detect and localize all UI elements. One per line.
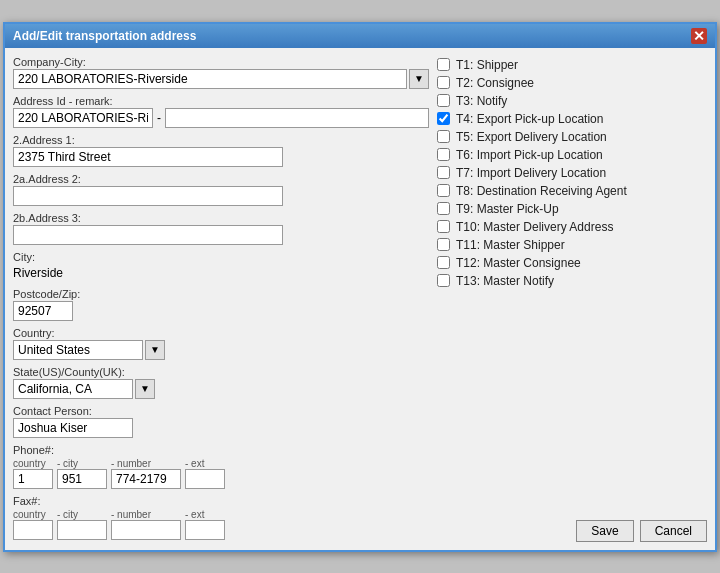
checkbox-row-t7: T7: Import Delivery Location (437, 164, 707, 182)
fax-number-input[interactable] (111, 520, 181, 540)
right-bottom: Save Cancel (437, 512, 707, 542)
company-city-label: Company-City: (13, 56, 429, 68)
checkbox-t5[interactable] (437, 130, 450, 143)
address3-input[interactable] (13, 225, 283, 245)
postcode-input[interactable] (13, 301, 73, 321)
country-row: ▼ (13, 340, 429, 360)
checkbox-t9[interactable] (437, 202, 450, 215)
checkbox-t13[interactable] (437, 274, 450, 287)
phone-city-input[interactable] (57, 469, 107, 489)
fax-city-input[interactable] (57, 520, 107, 540)
state-input[interactable] (13, 379, 133, 399)
address-id-input[interactable] (13, 108, 153, 128)
fax-ext-input[interactable] (185, 520, 225, 540)
checkbox-t11[interactable] (437, 238, 450, 251)
checkbox-row-t4: T4: Export Pick-up Location (437, 110, 707, 128)
fax-inputs-row (13, 520, 429, 540)
phone-number-input[interactable] (111, 469, 181, 489)
checkbox-t3[interactable] (437, 94, 450, 107)
checkboxes-container: T1: ShipperT2: ConsigneeT3: NotifyT4: Ex… (437, 56, 707, 290)
fax-ext-label: - ext (185, 509, 225, 520)
fax-sublabels: country - city - number - ext (13, 509, 429, 520)
fax-number-label: - number (111, 509, 181, 520)
phone-city-label: - city (57, 458, 107, 469)
remark-input[interactable] (165, 108, 429, 128)
checkbox-label-t4: T4: Export Pick-up Location (456, 112, 603, 126)
dash-separator: - (157, 111, 161, 125)
country-label: Country: (13, 327, 429, 339)
address1-input[interactable] (13, 147, 283, 167)
state-section: State(US)/County(UK): ▼ (13, 366, 429, 399)
city-label: City: (13, 251, 429, 263)
state-dropdown[interactable]: ▼ (135, 379, 155, 399)
address-id-section: Address Id - remark: - (13, 95, 429, 128)
checkbox-t10[interactable] (437, 220, 450, 233)
address-id-label: Address Id - remark: (13, 95, 429, 107)
save-button[interactable]: Save (576, 520, 633, 542)
checkbox-t6[interactable] (437, 148, 450, 161)
address-id-row: - (13, 108, 429, 128)
checkbox-row-t8: T8: Destination Receiving Agent (437, 182, 707, 200)
contact-label: Contact Person: (13, 405, 429, 417)
phone-inputs-row (13, 469, 429, 489)
checkbox-row-t10: T10: Master Delivery Address (437, 218, 707, 236)
fax-country-input[interactable] (13, 520, 53, 540)
checkbox-t2[interactable] (437, 76, 450, 89)
close-button[interactable]: ✕ (691, 28, 707, 44)
company-city-input[interactable] (13, 69, 407, 89)
checkbox-t4[interactable] (437, 112, 450, 125)
fax-section: Fax#: country - city - number - ext (13, 495, 429, 540)
postcode-section: Postcode/Zip: (13, 288, 429, 321)
country-section: Country: ▼ (13, 327, 429, 360)
address2-section: 2a.Address 2: (13, 173, 429, 206)
contact-input[interactable] (13, 418, 133, 438)
phone-country-input[interactable] (13, 469, 53, 489)
checkbox-row-t11: T11: Master Shipper (437, 236, 707, 254)
phone-label: Phone#: (13, 444, 429, 456)
state-label: State(US)/County(UK): (13, 366, 429, 378)
title-bar: Add/Edit transportation address ✕ (5, 24, 715, 48)
fax-city-label: - city (57, 509, 107, 520)
fax-country-label: country (13, 509, 53, 520)
address2-input[interactable] (13, 186, 283, 206)
city-section: City: Riverside (13, 251, 429, 282)
phone-country-label: country (13, 458, 53, 469)
main-dialog: Add/Edit transportation address ✕ Compan… (3, 22, 717, 552)
checkbox-row-t1: T1: Shipper (437, 56, 707, 74)
checkbox-label-t5: T5: Export Delivery Location (456, 130, 607, 144)
company-city-section: Company-City: ▼ (13, 56, 429, 89)
checkbox-row-t3: T3: Notify (437, 92, 707, 110)
address3-label: 2b.Address 3: (13, 212, 429, 224)
phone-number-label: - number (111, 458, 181, 469)
checkbox-t12[interactable] (437, 256, 450, 269)
checkbox-label-t7: T7: Import Delivery Location (456, 166, 606, 180)
checkbox-label-t3: T3: Notify (456, 94, 507, 108)
country-input[interactable] (13, 340, 143, 360)
phone-ext-label: - ext (185, 458, 225, 469)
checkbox-label-t10: T10: Master Delivery Address (456, 220, 613, 234)
checkbox-t8[interactable] (437, 184, 450, 197)
checkbox-row-t5: T5: Export Delivery Location (437, 128, 707, 146)
cancel-button[interactable]: Cancel (640, 520, 707, 542)
left-panel: Company-City: ▼ Address Id - remark: - 2… (13, 56, 429, 542)
address1-label: 2.Address 1: (13, 134, 429, 146)
fax-label: Fax#: (13, 495, 429, 507)
checkbox-label-t12: T12: Master Consignee (456, 256, 581, 270)
company-city-dropdown[interactable]: ▼ (409, 69, 429, 89)
company-city-row: ▼ (13, 69, 429, 89)
checkbox-label-t1: T1: Shipper (456, 58, 518, 72)
checkbox-t7[interactable] (437, 166, 450, 179)
country-dropdown[interactable]: ▼ (145, 340, 165, 360)
checkbox-row-t9: T9: Master Pick-Up (437, 200, 707, 218)
contact-section: Contact Person: (13, 405, 429, 438)
checkbox-t1[interactable] (437, 58, 450, 71)
city-value: Riverside (13, 264, 429, 282)
dialog-title: Add/Edit transportation address (13, 29, 196, 43)
state-row: ▼ (13, 379, 429, 399)
checkbox-label-t11: T11: Master Shipper (456, 238, 565, 252)
checkbox-label-t13: T13: Master Notify (456, 274, 554, 288)
checkbox-label-t8: T8: Destination Receiving Agent (456, 184, 627, 198)
address3-section: 2b.Address 3: (13, 212, 429, 245)
phone-ext-input[interactable] (185, 469, 225, 489)
address2-label: 2a.Address 2: (13, 173, 429, 185)
